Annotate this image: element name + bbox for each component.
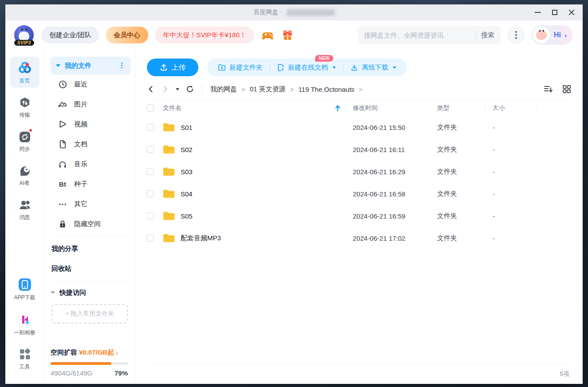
promo-banner[interactable]: 年中大促！SVIP年卡¥180！	[155, 27, 254, 43]
file-name[interactable]: S01	[181, 124, 193, 131]
back-button[interactable]	[147, 85, 155, 93]
icon-rail: 首页 传输 同步	[5, 50, 44, 384]
sidebar-item-torrents[interactable]: Bt 种子	[51, 174, 130, 194]
sidebar-item-hidden-space[interactable]: 隐藏空间	[51, 214, 130, 234]
table-row[interactable]: S01 2024-06-21 15:50 文件夹 -	[147, 116, 571, 138]
close-button[interactable]	[565, 6, 578, 19]
search-input[interactable]	[364, 31, 472, 39]
search-button[interactable]: 搜索	[481, 31, 494, 39]
row-checkbox[interactable]	[147, 168, 154, 175]
vip-center-button[interactable]: 会员中心	[106, 27, 148, 43]
table-row[interactable]: S04 2024-06-21 16:58 文件夹 -	[147, 183, 571, 205]
sidebar-item-recent[interactable]: 最近	[51, 74, 130, 94]
user-logo-avatar[interactable]: SVIP3	[13, 25, 35, 45]
more-menu-button[interactable]	[507, 26, 525, 44]
ai-view-icon	[18, 164, 32, 177]
breadcrumb-item-root[interactable]: 我的网盘	[210, 85, 237, 94]
sidebar-item-music[interactable]: 音乐	[51, 154, 130, 174]
row-checkbox[interactable]	[147, 235, 154, 242]
sidebar-item-my-shares[interactable]: 我的分享	[51, 239, 130, 259]
toolbar-group: 新建文件夹 NEW 新建在线文档	[207, 59, 407, 76]
picture-icon	[58, 100, 67, 109]
sort-ascending-icon[interactable]	[335, 105, 341, 112]
minimize-button[interactable]	[531, 6, 545, 19]
file-size: -	[485, 160, 537, 183]
rail-item-app-download[interactable]: APP下载	[10, 274, 39, 305]
table-row[interactable]: S05 2024-06-21 16:59 文件夹 -	[147, 205, 571, 227]
app-download-icon	[18, 278, 32, 292]
maximize-button[interactable]	[548, 6, 561, 19]
sidebar-item-my-files[interactable]: 我的文件	[51, 57, 130, 74]
refresh-button[interactable]	[186, 85, 194, 93]
sidebar-item-other[interactable]: 其它	[51, 194, 130, 214]
select-all-checkbox[interactable]	[147, 105, 154, 112]
rail-item-transfer[interactable]: 传输	[10, 92, 39, 122]
maximize-icon	[552, 10, 557, 15]
rail-item-photo-album[interactable]: 一刻相册	[10, 309, 39, 340]
file-name[interactable]: S04	[181, 190, 193, 198]
sidebar-item-quick-access[interactable]: 快捷访问	[51, 284, 130, 301]
quick-access-label: 快捷访问	[59, 289, 86, 297]
file-type: 文件夹	[430, 160, 485, 183]
history-dropdown-button[interactable]	[175, 85, 180, 93]
column-header-type[interactable]: 类型	[430, 100, 485, 116]
gift-icon[interactable]	[281, 28, 294, 42]
rail-item-sync[interactable]: 同步	[10, 126, 39, 156]
new-folder-button[interactable]: 新建文件夹	[218, 63, 263, 72]
table-row[interactable]: S03 2024-06-21 16:29 文件夹 -	[147, 160, 571, 183]
new-online-doc-label: 新建在线文档	[288, 63, 328, 72]
drag-folder-dropzone[interactable]: + 拖入常用文件夹	[51, 304, 128, 324]
rail-item-ai-view[interactable]: AI看	[10, 160, 39, 190]
sidebar-item-documents[interactable]: 文档	[51, 134, 130, 154]
row-checkbox[interactable]	[147, 146, 154, 153]
file-size: -	[485, 205, 537, 227]
file-size: -	[485, 183, 537, 205]
sort-button[interactable]	[544, 85, 553, 94]
forward-button[interactable]	[161, 85, 169, 93]
caret-down-icon	[332, 66, 336, 69]
breadcrumb: 我的网盘 > 01 英文资源 > 119 The.Octonauts >	[210, 85, 363, 94]
row-checkbox[interactable]	[147, 190, 154, 197]
breadcrumb-item-current[interactable]: 119 The.Octonauts	[298, 86, 354, 93]
file-name[interactable]: S03	[181, 168, 193, 176]
window-title: 百度网盘 ·	[253, 8, 282, 16]
rail-item-tools[interactable]: 工具	[10, 344, 39, 374]
breadcrumb-separator: >	[359, 86, 363, 93]
sidebar-item-pictures[interactable]: 图片	[51, 94, 130, 114]
sidebar-item-videos[interactable]: 视频	[51, 114, 130, 134]
titlebar[interactable]: 百度网盘 ·	[5, 4, 583, 20]
column-header-name[interactable]: 文件名	[163, 104, 182, 112]
rail-item-home[interactable]: 首页	[10, 57, 39, 88]
upload-label: 上传	[172, 63, 186, 72]
caret-down-icon	[51, 291, 55, 294]
column-header-size[interactable]: 大小	[485, 100, 537, 116]
game-center-icon[interactable]	[261, 28, 274, 42]
my-files-menu-icon[interactable]	[119, 62, 125, 69]
storage-price: ¥0.07/GB起	[79, 348, 114, 357]
rail-label: AI看	[20, 180, 30, 187]
upload-icon	[160, 63, 168, 71]
file-name[interactable]: 配套音频MP3	[181, 234, 221, 242]
new-online-doc-button[interactable]: NEW 新建在线文档	[277, 63, 336, 72]
sidebar-divider	[52, 236, 129, 237]
column-header-time[interactable]: 修改时间	[346, 100, 430, 116]
table-row[interactable]: S02 2024-06-21 16:11 文件夹 -	[147, 138, 571, 160]
my-files-label: 我的文件	[65, 62, 91, 70]
table-row[interactable]: 配套音频MP3 2024-06-21 17:02 文件夹 -	[147, 227, 571, 249]
row-checkbox[interactable]	[147, 212, 154, 219]
offline-download-button[interactable]: 离线下载	[351, 63, 396, 72]
breadcrumb-item[interactable]: 01 英文资源	[250, 85, 286, 94]
account-button[interactable]: Hi ›	[532, 25, 573, 45]
create-team-button[interactable]: 创建企业/团队	[41, 27, 99, 43]
sidebar-item-recycle-bin[interactable]: 回收站	[51, 259, 130, 279]
folder-icon	[163, 167, 175, 176]
row-checkbox[interactable]	[147, 124, 154, 131]
file-name[interactable]: S02	[181, 146, 193, 153]
search-box[interactable]: 搜索	[358, 26, 501, 44]
file-name[interactable]: S05	[181, 212, 193, 220]
upload-button[interactable]: 上传	[147, 59, 198, 76]
grid-view-button[interactable]	[562, 85, 571, 94]
rail-item-messages[interactable]: 消息	[10, 194, 39, 224]
storage-expand-link[interactable]: 空间扩容 ¥0.07/GB起 ›	[51, 348, 128, 357]
bt-icon: Bt	[58, 180, 67, 188]
